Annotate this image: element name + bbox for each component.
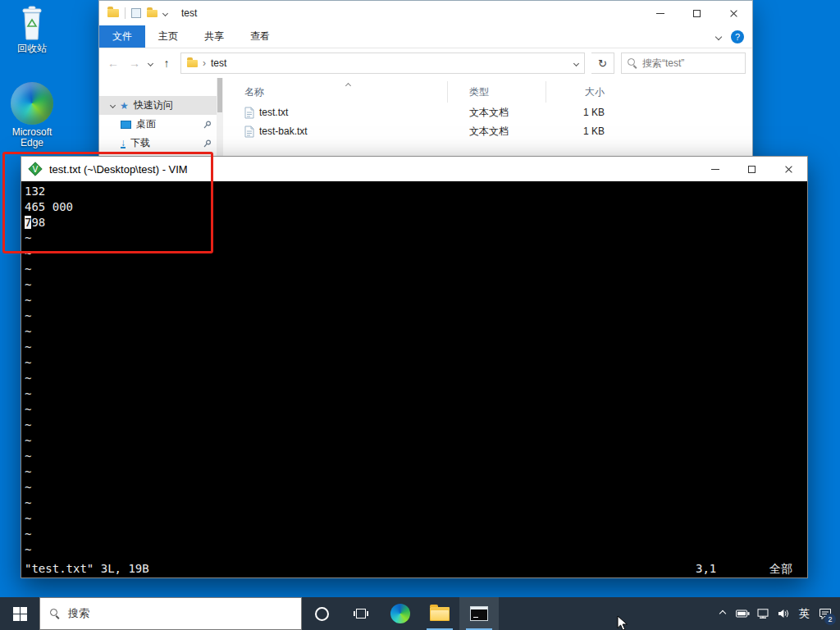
action-center-button[interactable]: 2 — [815, 597, 835, 630]
breadcrumb-separator-icon: › — [203, 57, 206, 69]
network-status[interactable] — [753, 597, 774, 630]
edge-icon — [390, 604, 410, 623]
vim-status-all: 全部 — [769, 561, 792, 577]
taskbar-explorer-button[interactable] — [420, 597, 459, 630]
tab-share[interactable]: 共享 — [191, 25, 237, 48]
breadcrumb-path[interactable]: test — [211, 57, 226, 69]
vim-tilde-line: ~ — [25, 542, 807, 558]
cortana-icon — [315, 607, 329, 621]
file-size: 1 KB — [546, 122, 614, 140]
vim-tilde-line: ~ — [25, 402, 807, 418]
text-document-icon — [244, 126, 254, 138]
vim-tilde-line: ~ — [25, 433, 807, 449]
address-bar[interactable]: › test — [180, 52, 585, 74]
vim-tilde-line: ~ — [25, 277, 807, 293]
file-row-test-bak-txt[interactable]: test-bak.txt 文本文档 1 KB — [223, 122, 752, 140]
scrollbar-thumb[interactable] — [217, 78, 222, 112]
quick-access-expand-icon[interactable] — [110, 103, 116, 108]
tab-view[interactable]: 查看 — [237, 25, 283, 48]
taskbar: 搜索 — [0, 597, 840, 630]
sidebar-item-quick-access[interactable]: ★ 快速访问 — [99, 96, 217, 115]
back-button[interactable]: ← — [106, 57, 121, 70]
file-list-headers: 名称 类型 大小 — [223, 81, 752, 103]
vim-tilde-column: ~~~~~~~~~~~~~~~~~~~~~ — [25, 231, 807, 558]
taskbar-edge-button[interactable] — [381, 597, 420, 630]
address-folder-icon — [187, 60, 198, 67]
vim-tilde-line: ~ — [25, 527, 807, 542]
vim-tilde-line: ~ — [25, 418, 807, 433]
tab-home[interactable]: 主页 — [145, 25, 191, 48]
qat-new-folder-icon[interactable] — [147, 10, 158, 17]
desktop-folder-icon — [121, 121, 131, 129]
vim-tilde-line: ~ — [25, 355, 807, 371]
quick-access-star-icon: ★ — [120, 100, 129, 112]
explorer-search-box[interactable]: 搜索“test” — [621, 52, 746, 74]
recent-locations-icon[interactable] — [148, 60, 153, 66]
edge-desktop-icon[interactable]: Microsoft Edge — [0, 82, 64, 148]
file-name: test.txt — [259, 107, 288, 118]
ime-language-indicator[interactable]: 英 — [794, 597, 815, 630]
column-header-size[interactable]: 大小 — [546, 81, 614, 103]
vim-tilde-line: ~ — [25, 308, 807, 324]
forward-button[interactable]: → — [127, 57, 142, 70]
edge-logo-icon — [11, 82, 53, 125]
file-type: 文本文档 — [448, 103, 546, 121]
up-button[interactable]: ↑ — [159, 57, 174, 70]
vim-status-position: 3,1 — [696, 561, 716, 577]
taskbar-search-box[interactable]: 搜索 — [39, 597, 302, 630]
column-header-type[interactable]: 类型 — [448, 81, 546, 103]
sidebar-item-desktop[interactable]: 桌面 — [99, 115, 217, 134]
vim-tilde-line: ~ — [25, 262, 807, 277]
search-icon — [50, 609, 60, 619]
vim-close-button[interactable] — [770, 157, 807, 181]
pin-icon — [203, 139, 212, 148]
sidebar-item-downloads[interactable]: ↓ 下载 — [99, 134, 217, 153]
maximize-icon — [748, 166, 756, 173]
explorer-close-button[interactable] — [715, 1, 752, 25]
file-name: test-bak.txt — [259, 126, 308, 137]
vim-statusbar: "test.txt" 3L, 19B 3,1 全部 — [25, 561, 807, 577]
battery-icon — [736, 609, 750, 618]
search-icon — [628, 58, 637, 68]
explorer-titlebar[interactable]: test — [99, 1, 752, 25]
file-row-test-txt[interactable]: test.txt 文本文档 1 KB — [223, 103, 752, 121]
vim-tilde-line: ~ — [25, 324, 807, 340]
start-button[interactable] — [0, 597, 39, 630]
volume-control[interactable] — [774, 597, 794, 630]
vim-minimize-button[interactable] — [696, 157, 733, 181]
refresh-button[interactable]: ↻ — [591, 52, 614, 74]
qat-dropdown-icon[interactable] — [162, 10, 168, 16]
vim-tilde-line: ~ — [25, 495, 807, 511]
cortana-button[interactable] — [302, 597, 341, 630]
vim-tilde-line: ~ — [25, 371, 807, 386]
pin-icon — [203, 121, 212, 129]
sort-ascending-icon — [345, 83, 351, 89]
explorer-minimize-button[interactable] — [641, 1, 678, 25]
help-icon[interactable]: ? — [731, 30, 744, 43]
explorer-maximize-button[interactable] — [678, 1, 715, 25]
recycle-bin-icon — [17, 5, 47, 41]
show-hidden-icons-button[interactable] — [712, 597, 733, 630]
explorer-search-placeholder: 搜索“test” — [642, 57, 684, 71]
ime-label: 英 — [799, 606, 810, 621]
vim-status-file: "test.txt" 3L, 19B — [25, 562, 149, 575]
maximize-icon — [693, 10, 701, 17]
column-header-name[interactable]: 名称 — [223, 81, 448, 103]
task-view-button[interactable] — [341, 597, 381, 630]
annotation-highlight-box — [2, 152, 213, 253]
battery-status[interactable] — [733, 597, 753, 630]
minimize-icon — [656, 13, 664, 14]
vim-maximize-button[interactable] — [733, 157, 770, 181]
tab-file[interactable]: 文件 — [99, 25, 145, 48]
address-dropdown-icon[interactable] — [573, 60, 579, 66]
recycle-bin-desktop-icon[interactable]: 回收站 — [0, 5, 64, 54]
quick-access-label: 快速访问 — [134, 98, 173, 112]
taskbar-terminal-button[interactable] — [459, 597, 499, 630]
edge-desktop-label: Microsoft Edge — [0, 127, 64, 148]
file-explorer-icon — [430, 607, 450, 621]
vim-tilde-line: ~ — [25, 480, 807, 495]
ribbon-expand-icon[interactable] — [715, 33, 722, 39]
task-view-icon — [354, 607, 368, 620]
system-tray: 英 2 — [712, 597, 840, 630]
qat-properties-icon[interactable] — [131, 8, 141, 18]
